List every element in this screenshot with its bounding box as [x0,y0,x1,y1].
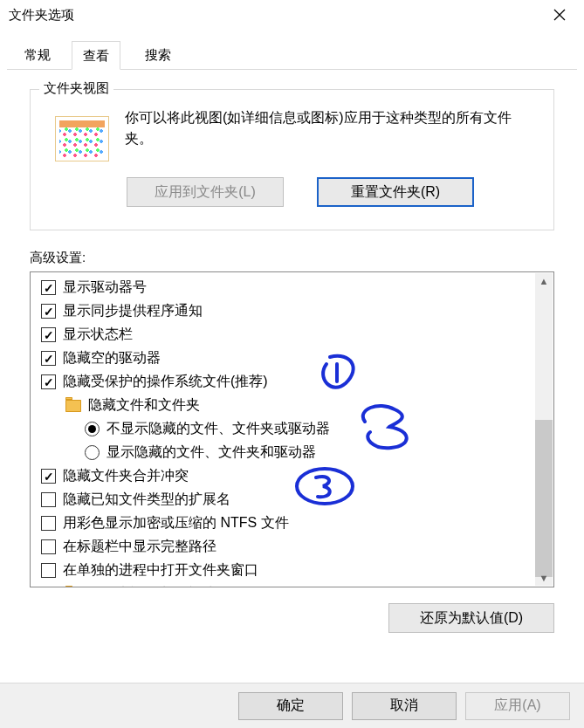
checkbox[interactable] [41,563,56,578]
checkbox[interactable] [41,492,56,507]
list-item-label: 在列表视图中键入时 [88,585,214,587]
advanced-settings-list[interactable]: 显示驱动器号显示同步提供程序通知显示状态栏隐藏空的驱动器隐藏受保护的操作系统文件… [30,271,554,587]
list-item-label: 隐藏文件夹合并冲突 [63,467,189,485]
folder-views-desc: 你可以将此视图(如详细信息或图标)应用于这种类型的所有文件夹。 [125,106,538,149]
folder-views-legend: 文件夹视图 [39,80,113,97]
list-item[interactable]: 隐藏文件和文件夹 [31,394,553,417]
checkbox[interactable] [41,327,56,342]
checkbox[interactable] [41,374,56,389]
ok-button[interactable]: 确定 [238,692,343,720]
tab-strip: 常规 查看 搜索 [7,40,577,70]
list-item-label: 用彩色显示加密或压缩的 NTFS 文件 [63,514,289,532]
checkbox[interactable] [41,469,56,484]
list-item-label: 显示驱动器号 [63,278,147,297]
list-item-label: 显示状态栏 [63,326,133,344]
tab-search[interactable]: 搜索 [134,41,182,70]
checkbox[interactable] [41,280,56,295]
list-item[interactable]: 不显示隐藏的文件、文件夹或驱动器 [31,417,553,441]
list-item-label: 显示同步提供程序通知 [63,302,203,320]
list-item[interactable]: 用彩色显示加密或压缩的 NTFS 文件 [31,512,553,535]
list-item[interactable]: 隐藏空的驱动器 [31,347,553,370]
list-item[interactable]: 显示驱动器号 [31,276,553,299]
list-item[interactable]: 在单独的进程中打开文件夹窗口 [31,559,553,582]
folder-icon [65,400,81,412]
restore-defaults-button[interactable]: 还原为默认值(D) [388,603,554,633]
scroll-thumb[interactable] [535,420,553,577]
radio[interactable] [85,422,100,436]
list-item[interactable]: 显示同步提供程序通知 [31,299,553,323]
reset-folders-button[interactable]: 重置文件夹(R) [317,177,474,207]
close-icon [553,9,566,21]
folder-view-preview-icon [55,116,109,161]
close-button[interactable] [542,0,577,30]
dialog-button-bar: 确定 取消 应用(A) [0,683,584,728]
list-item[interactable]: 隐藏文件夹合并冲突 [31,464,553,488]
list-item[interactable]: 在标题栏中显示完整路径 [31,535,553,559]
scrollbar[interactable]: ▲ ▼ [535,273,553,586]
cancel-button[interactable]: 取消 [352,692,457,720]
checkbox[interactable] [41,304,56,319]
list-item[interactable]: 显示隐藏的文件、文件夹和驱动器 [31,441,553,464]
folder-views-group: 文件夹视图 你可以将此视图(如详细信息或图标)应用于这种类型的所有文件夹。 应用… [30,89,554,230]
scroll-down-icon[interactable]: ▼ [535,570,553,586]
apply-button: 应用(A) [465,692,570,720]
list-item[interactable]: 在列表视图中键入时 [31,582,553,587]
list-item[interactable]: 显示状态栏 [31,323,553,347]
apply-to-folders-button: 应用到文件夹(L) [127,177,284,207]
list-item-label: 在单独的进程中打开文件夹窗口 [63,561,258,580]
tab-general[interactable]: 常规 [14,41,61,70]
list-item-label: 隐藏空的驱动器 [63,349,161,367]
list-item-label: 隐藏受保护的操作系统文件(推荐) [63,373,268,391]
list-item-label: 隐藏已知文件类型的扩展名 [63,491,230,509]
checkbox[interactable] [41,516,56,531]
list-item[interactable]: 隐藏受保护的操作系统文件(推荐) [31,370,553,394]
list-item-label: 不显示隐藏的文件、文件夹或驱动器 [106,420,330,438]
list-item-label: 在标题栏中显示完整路径 [63,538,216,556]
advanced-settings-label: 高级设置: [30,250,575,266]
list-item[interactable]: 隐藏已知文件类型的扩展名 [31,488,553,512]
list-item-label: 显示隐藏的文件、文件夹和驱动器 [106,443,316,462]
tab-view[interactable]: 查看 [72,41,120,70]
list-item-label: 隐藏文件和文件夹 [88,396,200,415]
window-title: 文件夹选项 [7,7,542,24]
radio[interactable] [85,445,100,460]
scroll-up-icon[interactable]: ▲ [535,273,553,289]
checkbox[interactable] [41,539,56,554]
checkbox[interactable] [41,351,56,366]
